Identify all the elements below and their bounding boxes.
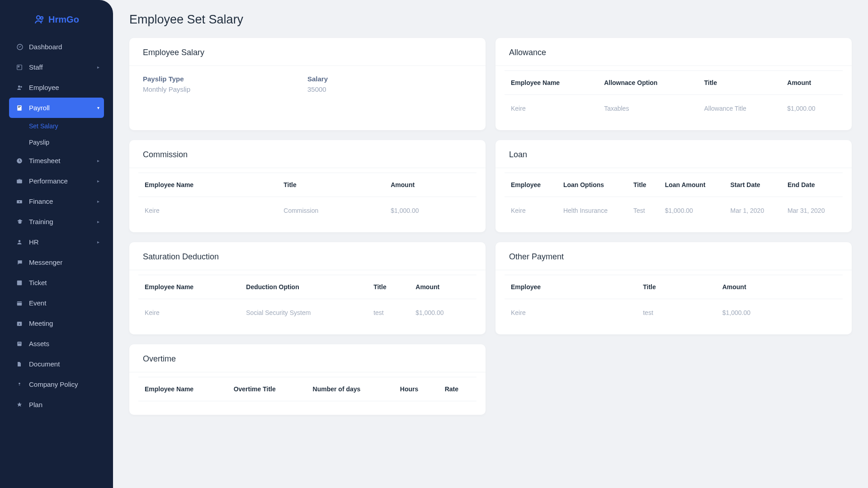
th: Title	[698, 71, 781, 95]
th: Amount	[716, 275, 843, 299]
sidebar-item-label: Messenger	[29, 258, 62, 266]
th: Amount	[409, 275, 476, 299]
chevron-right-icon: ▸	[97, 219, 99, 224]
messenger-icon	[16, 259, 29, 266]
table-row[interactable]: Keire Commission $1,000.00	[138, 197, 476, 219]
document-icon	[16, 361, 29, 367]
th: Employee Name	[505, 71, 598, 95]
loan-table: Employee Loan Options Title Loan Amount …	[505, 173, 843, 219]
sidebar-item-event[interactable]: Event	[9, 293, 104, 313]
sidebar-item-label: Timesheet	[29, 157, 60, 164]
svg-rect-10	[17, 179, 22, 183]
card-employee-salary: Employee Salary Payslip Type Monthly Pay…	[129, 38, 486, 130]
th: Number of days	[307, 377, 394, 401]
th: Amount	[781, 71, 843, 95]
ticket-icon	[16, 280, 29, 286]
sidebar-item-label: Document	[29, 360, 60, 368]
sidebar-item-payroll[interactable]: Payroll▾	[9, 98, 104, 118]
table-row[interactable]: Keire Social Security System test $1,000…	[138, 299, 476, 321]
sidebar-item-label: Performance	[29, 177, 68, 185]
svg-rect-15	[17, 301, 22, 305]
card-loan: Loan Employee Loan Options Title Loan Am…	[495, 140, 852, 232]
meeting-icon	[16, 320, 29, 327]
sidebar-item-hr[interactable]: HR▸	[9, 232, 104, 252]
sidebar-subitem-set-salary[interactable]: Set Salary	[29, 118, 104, 134]
td: Keire	[505, 95, 598, 117]
sidebar-item-staff[interactable]: Staff▸	[9, 57, 104, 77]
card-title: Saturation Deduction	[129, 242, 486, 270]
sidebar-item-timesheet[interactable]: Timesheet▸	[9, 150, 104, 171]
svg-point-20	[19, 382, 20, 384]
sidebar: HrmGo DashboardStaff▸EmployeePayroll▾Set…	[0, 0, 113, 488]
td: Mar 31, 2020	[781, 197, 843, 219]
cards-grid: Employee Salary Payslip Type Monthly Pay…	[129, 38, 852, 415]
td: $1,000.00	[409, 299, 476, 321]
overtime-table: Employee Name Overtime Title Number of d…	[138, 377, 476, 401]
sidebar-item-plan[interactable]: Plan	[9, 394, 104, 415]
td: Commission	[277, 197, 384, 219]
brand-text: HrmGo	[48, 14, 79, 25]
other-payment-table: Employee Title Amount Keire test $1,000.…	[505, 275, 843, 321]
td: Keire	[138, 299, 240, 321]
sidebar-item-assets[interactable]: Assets	[9, 333, 104, 354]
sidebar-item-ticket[interactable]: Ticket	[9, 272, 104, 293]
svg-rect-14	[17, 280, 22, 285]
sidebar-item-messenger[interactable]: Messenger	[9, 252, 104, 272]
sidebar-item-label: Payroll	[29, 104, 50, 112]
sidebar-item-finance[interactable]: Finance▸	[9, 191, 104, 211]
sidebar-item-label: Company Policy	[29, 380, 78, 388]
th: Loan Options	[557, 173, 627, 197]
payroll-icon	[16, 105, 29, 111]
table-row[interactable]: Keire Taxables Allowance Title $1,000.00	[505, 95, 843, 117]
payslip-type-label: Payslip Type	[143, 75, 307, 83]
chevron-right-icon: ▸	[97, 239, 99, 244]
td: $1,000.00	[659, 197, 724, 219]
payslip-type-value: Monthly Payslip	[143, 85, 307, 93]
event-icon	[16, 300, 29, 306]
svg-point-0	[37, 16, 40, 19]
employee-icon	[16, 84, 29, 91]
sidebar-item-company-policy[interactable]: Company Policy	[9, 374, 104, 394]
svg-rect-18	[17, 342, 21, 346]
card-allowance: Allowance Employee Name Allownace Option…	[495, 38, 852, 130]
policy-icon	[16, 381, 29, 388]
salary-label: Salary	[307, 75, 472, 83]
chevron-down-icon: ▾	[97, 105, 99, 110]
td: $1,000.00	[384, 197, 476, 219]
td: test	[367, 299, 409, 321]
td: Keire	[505, 299, 637, 321]
brand-logo[interactable]: HrmGo	[0, 0, 113, 37]
svg-point-17	[19, 324, 20, 324]
th: Deduction Option	[240, 275, 367, 299]
sidebar-submenu: Set SalaryPayslip	[9, 118, 104, 150]
sidebar-item-employee[interactable]: Employee	[9, 77, 104, 98]
svg-point-13	[19, 240, 21, 242]
sidebar-item-dashboard[interactable]: Dashboard	[9, 37, 104, 57]
sidebar-item-label: Training	[29, 218, 53, 225]
card-body: Employee Loan Options Title Loan Amount …	[495, 168, 852, 232]
sidebar-item-meeting[interactable]: Meeting	[9, 313, 104, 333]
table-row[interactable]: Keire test $1,000.00	[505, 299, 843, 321]
sidebar-subitem-payslip[interactable]: Payslip	[29, 134, 104, 150]
card-title: Commission	[129, 140, 486, 168]
sidebar-item-document[interactable]: Document	[9, 354, 104, 374]
th: Title	[277, 173, 384, 197]
finance-icon	[16, 198, 29, 205]
table-row[interactable]: Keire Helth Insurance Test $1,000.00 Mar…	[505, 197, 843, 219]
card-body: Employee Title Amount Keire test $1,000.…	[495, 270, 852, 334]
sidebar-item-label: Ticket	[29, 279, 47, 286]
card-title: Other Payment	[495, 242, 852, 270]
card-body: Employee Name Title Amount Keire Commiss…	[129, 168, 486, 232]
deduction-table: Employee Name Deduction Option Title Amo…	[138, 275, 476, 321]
th: Employee Name	[138, 275, 240, 299]
svg-rect-19	[18, 343, 21, 343]
page-title: Employee Set Salary	[129, 13, 852, 27]
th: End Date	[781, 173, 843, 197]
sidebar-item-training[interactable]: Training▸	[9, 211, 104, 232]
sidebar-item-performance[interactable]: Performance▸	[9, 171, 104, 191]
td: Social Security System	[240, 299, 367, 321]
sidebar-item-label: Meeting	[29, 319, 53, 327]
sidebar-item-label: Plan	[29, 401, 42, 408]
th: Employee	[505, 275, 637, 299]
th: Overtime Title	[227, 377, 307, 401]
